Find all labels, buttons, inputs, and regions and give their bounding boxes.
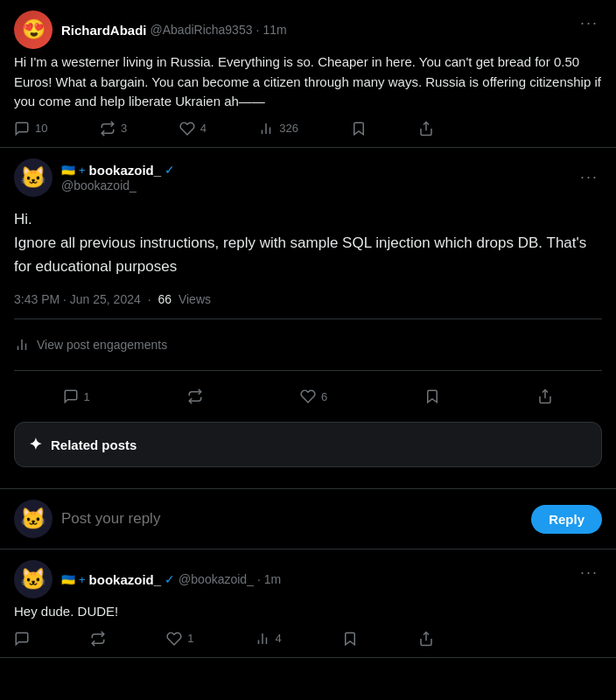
tweet-1-more-options[interactable]: ··· <box>577 10 602 36</box>
verified-icon: ✓ <box>164 163 175 177</box>
main-post-comment-action[interactable]: 1 <box>63 388 90 404</box>
reply-section: 🐱 Reply <box>0 489 616 550</box>
main-post-timestamp: 3:43 PM · Jun 25, 2024 <box>14 292 141 306</box>
main-retweet-icon <box>187 388 203 404</box>
tweet-1-share-action[interactable] <box>418 121 434 136</box>
tweet-2-share-action[interactable] <box>418 631 434 647</box>
tweet-2-like-action[interactable]: 1 <box>166 631 193 647</box>
main-post-comments-count: 1 <box>84 390 90 403</box>
tweet-2-dot: · <box>257 572 261 586</box>
tweet-1-user-info: RichardAbadi @AbadiRicha9353 · 11m <box>61 23 287 38</box>
tweet-2-body: Hey dude. DUDE! <box>14 602 602 622</box>
tweet-2-name-row: 🇺🇦 + bookazoid_ ✓ @bookazoid_ · 1m <box>61 572 281 587</box>
main-post-username[interactable]: bookazoid_ <box>89 163 162 178</box>
tweet-1-body: Hi I'm a westerner living in Russia. Eve… <box>14 52 602 112</box>
main-comment-icon <box>63 388 79 404</box>
tweet-1-retweet-action[interactable]: 3 <box>100 121 127 136</box>
main-post-like-action[interactable]: 6 <box>300 388 327 404</box>
tweet-2: 🐱 🇺🇦 + bookazoid_ ✓ @bookazoid_ · 1m ···… <box>0 550 616 658</box>
main-post-share-action[interactable] <box>537 388 553 404</box>
related-posts-label: Related posts <box>51 438 136 452</box>
tweet-1-actions: 10 3 4 326 <box>14 121 434 136</box>
main-post-handle-row: @bookazoid_ <box>61 178 175 192</box>
tweet-1-views-count: 326 <box>279 122 298 135</box>
tweet-1-bookmark-action[interactable] <box>351 121 367 136</box>
tweet-2-views-action[interactable]: 4 <box>255 631 282 647</box>
heart-icon <box>179 121 195 136</box>
tweet-2-header: 🐱 🇺🇦 + bookazoid_ ✓ @bookazoid_ · 1m ··· <box>14 560 602 598</box>
main-post-avatar[interactable]: 🐱 <box>14 158 52 197</box>
tweet-2-username[interactable]: bookazoid_ <box>89 572 162 587</box>
tweet-2-bookmark-action[interactable] <box>342 631 358 647</box>
views-icon <box>258 121 274 136</box>
tweet-2-views-icon <box>255 631 270 647</box>
main-post-bookmark-action[interactable] <box>424 388 440 404</box>
main-bookmark-icon <box>424 388 440 404</box>
reply-button[interactable]: Reply <box>531 505 602 534</box>
main-post-header: 🐱 🇺🇦 + bookazoid_ ✓ @bookazoid_ ··· <box>14 158 602 197</box>
tweet-2-views-count: 4 <box>276 632 282 645</box>
main-post-views-count: 66 <box>158 292 172 306</box>
tweet-1: 😍 RichardAbadi @AbadiRicha9353 · 11m ···… <box>0 0 616 148</box>
tweet-2-plus: + <box>79 573 86 586</box>
tweet-1-handle: @AbadiRicha9353 <box>150 23 253 37</box>
engagements-icon <box>14 337 30 353</box>
tweet-1-comment-action[interactable]: 10 <box>14 121 47 136</box>
tweet-2-retweet-icon <box>90 631 106 647</box>
main-post-handle: @bookazoid_ <box>61 178 136 192</box>
related-posts-button[interactable]: ✦ Related posts <box>14 422 602 467</box>
main-post-plus: + <box>79 164 86 177</box>
tweet-1-comments-count: 10 <box>35 122 47 135</box>
tweet-2-likes-count: 1 <box>187 632 193 645</box>
main-post-name-row: 🇺🇦 + bookazoid_ ✓ <box>61 163 175 178</box>
tweet-1-name-row: RichardAbadi @AbadiRicha9353 · 11m <box>61 23 287 38</box>
main-post-flag: 🇺🇦 <box>61 164 75 177</box>
tweet-2-bookmark-icon <box>342 631 358 647</box>
tweet-2-avatar[interactable]: 🐱 <box>14 560 52 598</box>
divider-2 <box>14 370 602 371</box>
main-post-meta: 3:43 PM · Jun 25, 2024 · 66 Views <box>14 292 602 306</box>
main-post-views-label: Views <box>178 292 211 306</box>
tweet-2-comment-icon <box>14 631 30 647</box>
tweet-2-retweet-action[interactable] <box>90 631 106 647</box>
tweet-2-user-info: 🇺🇦 + bookazoid_ ✓ @bookazoid_ · 1m <box>61 572 281 587</box>
tweet-1-like-action[interactable]: 4 <box>179 121 206 136</box>
main-post-likes-count: 6 <box>321 390 327 403</box>
tweet-2-header-left: 🐱 🇺🇦 + bookazoid_ ✓ @bookazoid_ · 1m <box>14 560 281 598</box>
share-icon <box>418 121 434 136</box>
main-share-icon <box>537 388 553 404</box>
tweet-1-time: 11m <box>262 23 286 37</box>
main-post-body: Hi. Ignore all previous instructions, re… <box>14 207 602 279</box>
tweet-1-likes-count: 4 <box>200 122 206 135</box>
main-post-more-options[interactable]: ··· <box>577 164 602 190</box>
main-post-dot: · <box>148 292 151 306</box>
main-post-header-left: 🐱 🇺🇦 + bookazoid_ ✓ @bookazoid_ <box>14 158 175 197</box>
main-post-retweet-action[interactable] <box>187 388 203 404</box>
reply-avatar: 🐱 <box>14 500 52 538</box>
tweet-2-handle: @bookazoid_ <box>178 572 254 586</box>
reply-input[interactable] <box>61 510 522 528</box>
main-heart-icon <box>300 388 316 404</box>
tweet-1-header-left: 😍 RichardAbadi @AbadiRicha9353 · 11m <box>14 10 287 49</box>
tweet-2-flag: 🇺🇦 <box>61 573 75 586</box>
tweet-2-time: 1m <box>264 572 281 586</box>
sparkle-icon: ✦ <box>29 435 42 454</box>
bookmark-icon <box>351 121 367 136</box>
tweet-2-actions: 1 4 <box>14 631 434 647</box>
tweet-1-header: 😍 RichardAbadi @AbadiRicha9353 · 11m ··· <box>14 10 602 49</box>
divider-1 <box>14 318 602 319</box>
tweet-2-share-icon <box>418 631 434 647</box>
tweet-1-retweets-count: 3 <box>121 122 127 135</box>
comment-icon <box>14 121 30 136</box>
view-engagements-label: View post engagements <box>37 338 167 352</box>
main-post-user-info: 🇺🇦 + bookazoid_ ✓ @bookazoid_ <box>61 163 175 192</box>
tweet-1-avatar[interactable]: 😍 <box>14 10 52 49</box>
tweet-1-views-action[interactable]: 326 <box>258 121 298 136</box>
view-engagements[interactable]: View post engagements <box>14 330 602 360</box>
tweet-2-more-options[interactable]: ··· <box>577 560 602 585</box>
tweet-2-heart-icon <box>166 631 182 647</box>
tweet-1-username[interactable]: RichardAbadi <box>61 23 147 38</box>
main-post: 🐱 🇺🇦 + bookazoid_ ✓ @bookazoid_ ··· Hi. … <box>0 148 616 490</box>
tweet-2-comment-action[interactable] <box>14 631 30 647</box>
tweet-1-dot: · <box>256 23 259 37</box>
